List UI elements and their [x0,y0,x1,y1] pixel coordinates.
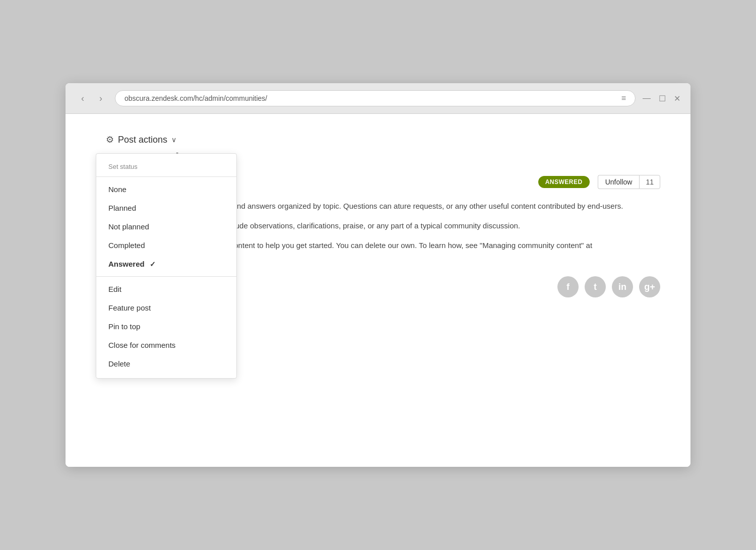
post-actions-label: Post actions [118,135,167,145]
check-icon: ✓ [150,260,156,268]
action-delete[interactable]: Delete [96,354,236,373]
googleplus-icon[interactable]: g+ [639,276,660,297]
page-content: ⚙ Post actions ∨ Set status None Planned… [66,114,690,467]
action-close-for-comments[interactable]: Close for comments [96,336,236,354]
browser-window: ‹ › obscura.zendesk.com/hc/admin/communi… [66,83,690,467]
window-controls: — ☐ ✕ [643,94,680,103]
unfollow-button[interactable]: Unfollow [598,175,640,189]
browser-nav: ‹ › [76,91,108,105]
post-actions-button[interactable]: ⚙ Post actions ∨ [106,134,176,145]
status-answered[interactable]: Answered ✓ [96,255,236,273]
close-button[interactable]: ✕ [674,94,680,103]
gear-icon: ⚙ [106,134,114,145]
follow-count: 11 [639,175,660,189]
minimize-button[interactable]: — [643,94,651,103]
action-pin-to-top[interactable]: Pin to top [96,317,236,336]
post-actions-dropdown: Set status None Planned Not planned Comp… [96,153,237,379]
unfollow-group: Unfollow 11 [598,175,660,189]
hamburger-icon: ≡ [621,94,626,103]
action-edit[interactable]: Edit [96,280,236,298]
divider-middle [96,276,236,277]
status-none[interactable]: None [96,180,236,199]
answered-badge: ANSWERED [538,176,590,188]
set-status-label: Set status [96,159,236,173]
nav-forward-button[interactable]: › [94,91,108,105]
linkedin-icon[interactable]: in [612,276,633,297]
address-bar[interactable]: obscura.zendesk.com/hc/admin/communities… [115,90,636,106]
facebook-icon[interactable]: f [557,276,579,297]
divider-top [96,176,236,177]
url-text: obscura.zendesk.com/hc/admin/communities… [124,94,267,102]
status-completed[interactable]: Completed [96,236,236,255]
twitter-icon[interactable]: t [585,276,606,297]
chevron-down-icon: ∨ [171,136,176,144]
status-not-planned[interactable]: Not planned [96,217,236,236]
maximize-button[interactable]: ☐ [659,94,666,103]
browser-chrome: ‹ › obscura.zendesk.com/hc/admin/communi… [66,83,690,114]
nav-back-button[interactable]: ‹ [76,91,90,105]
status-planned[interactable]: Planned [96,199,236,217]
action-feature-post[interactable]: Feature post [96,298,236,317]
